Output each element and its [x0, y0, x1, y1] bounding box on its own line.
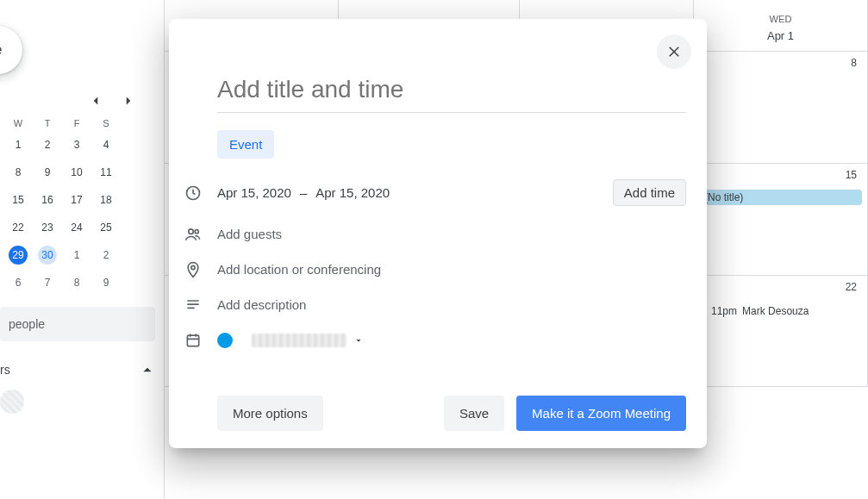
create-event-button[interactable]: e: [0, 26, 22, 74]
add-guests-field[interactable]: Add guests: [217, 227, 282, 241]
mini-day[interactable]: 8: [62, 269, 91, 296]
mini-day[interactable]: 4: [91, 131, 121, 159]
end-date[interactable]: Apr 15, 2020: [315, 185, 390, 200]
calendar-cell[interactable]: 8: [694, 52, 868, 164]
mini-day[interactable]: 1: [3, 131, 33, 159]
chevron-right-icon: [121, 93, 136, 109]
calendar-cell[interactable]: 22 11pm Mark Desouza: [694, 276, 868, 388]
mini-weekday: F: [62, 115, 91, 131]
chevron-left-icon: [88, 93, 103, 109]
add-location-field[interactable]: Add location or conferencing: [217, 262, 381, 277]
mini-day[interactable]: 9: [91, 269, 121, 296]
mini-day[interactable]: 29: [3, 241, 33, 269]
svg-point-2: [195, 229, 198, 233]
start-date[interactable]: Apr 15, 2020: [217, 185, 291, 200]
svg-rect-4: [187, 335, 198, 346]
svg-point-1: [189, 228, 194, 234]
mini-day[interactable]: 17: [62, 186, 91, 214]
mini-day[interactable]: 30: [33, 241, 62, 269]
save-button[interactable]: Save: [444, 396, 504, 431]
day-header: WED Apr 1: [694, 0, 868, 52]
mini-day[interactable]: 2: [33, 131, 62, 159]
calendar-selector[interactable]: [217, 333, 364, 348]
chevron-down-icon: [353, 335, 364, 346]
mini-weekday: T: [33, 115, 62, 131]
date-label: Apr 1: [694, 29, 867, 42]
avatar[interactable]: [0, 390, 24, 414]
mini-day[interactable]: 15: [3, 186, 33, 214]
day-number: 8: [851, 57, 857, 69]
prev-month-button[interactable]: [88, 93, 103, 109]
add-description-field[interactable]: Add description: [217, 297, 306, 312]
day-number: 22: [846, 281, 857, 293]
tab-event[interactable]: Event: [217, 130, 274, 159]
description-icon: [184, 296, 202, 314]
title-input[interactable]: [217, 76, 686, 113]
mini-day[interactable]: 18: [91, 186, 121, 214]
mini-day[interactable]: 9: [33, 159, 62, 186]
create-label: e: [0, 42, 2, 58]
section-label: rs: [0, 363, 10, 377]
day-number: 15: [846, 169, 857, 181]
close-button[interactable]: [657, 34, 691, 69]
search-placeholder: people: [9, 317, 45, 331]
mini-day[interactable]: 25: [91, 214, 121, 241]
zoom-meeting-button[interactable]: Make it a Zoom Meeting: [516, 396, 686, 431]
mini-weekday: S: [91, 115, 121, 131]
mini-day[interactable]: 6: [3, 269, 33, 296]
svg-point-3: [191, 265, 195, 269]
mini-day[interactable]: 23: [33, 214, 62, 241]
search-people-input[interactable]: people: [0, 307, 155, 341]
calendar-cell[interactable]: 15 (No title): [694, 164, 868, 276]
mini-day[interactable]: 3: [62, 131, 91, 159]
event-time: 11pm: [711, 305, 737, 317]
add-time-button[interactable]: Add time: [613, 179, 686, 206]
next-month-button[interactable]: [121, 93, 136, 109]
mini-day[interactable]: 8: [3, 159, 33, 186]
chevron-up-icon: [140, 362, 155, 377]
quick-create-modal: Event Apr 15, 2020 – Apr 15, 2020 Add ti…: [169, 19, 707, 448]
event-chip[interactable]: (No title): [699, 190, 862, 205]
location-pin-icon: [184, 261, 202, 278]
mini-day[interactable]: 11: [91, 159, 121, 186]
calendar-icon: [184, 332, 202, 349]
mini-day[interactable]: 1: [62, 241, 91, 269]
weekday-label: WED: [694, 14, 867, 24]
event-title: Mark Desouza: [742, 305, 809, 317]
more-options-button[interactable]: More options: [217, 396, 323, 431]
mini-calendar: W T F S 12348910111516171822232425293012…: [3, 115, 155, 296]
mini-day[interactable]: 22: [3, 214, 33, 241]
mini-day[interactable]: 16: [33, 186, 62, 214]
mini-weekday: W: [3, 115, 33, 131]
calendar-color-dot: [217, 333, 233, 348]
date-separator: –: [300, 185, 307, 200]
left-sidebar: e W T F S 123489101115161718222324252930…: [0, 0, 164, 499]
mini-day[interactable]: 7: [33, 269, 62, 296]
mini-day[interactable]: 10: [62, 159, 91, 186]
close-icon: [666, 44, 682, 59]
mini-day[interactable]: 24: [62, 214, 91, 241]
people-icon: [184, 226, 202, 243]
mini-day[interactable]: 2: [91, 241, 121, 269]
calendar-name: [252, 334, 347, 347]
clock-icon: [184, 184, 202, 202]
calendars-section-header[interactable]: rs: [0, 362, 155, 377]
